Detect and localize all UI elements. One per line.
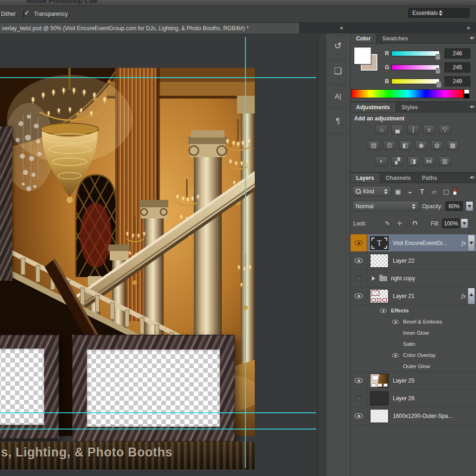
layer-name[interactable]: 1600x1200-Outer-Spa... — [393, 413, 476, 419]
tab-color[interactable]: Color — [350, 33, 377, 43]
layer-thumbnail[interactable] — [370, 289, 389, 303]
canvas-viewport[interactable]: s, Lighting, & Photo Booths — [0, 33, 318, 476]
curves-icon[interactable]: ∫ — [407, 125, 419, 134]
selective-color-icon[interactable]: ▥ — [439, 156, 451, 166]
guide-horizontal-caption-bottom[interactable] — [0, 429, 316, 430]
threshold-icon[interactable]: ◨ — [407, 156, 419, 166]
workspace-switcher[interactable]: Essentials — [408, 8, 469, 18]
filter-shape-layers-icon[interactable]: ▱ — [429, 188, 440, 195]
black-white-icon[interactable]: ◧ — [399, 140, 411, 150]
eye-icon[interactable] — [355, 240, 363, 245]
blue-value-field[interactable]: 249 — [444, 76, 470, 86]
layer-row-26[interactable]: Layer 26 — [350, 390, 476, 407]
tab-paths[interactable]: Paths — [416, 173, 443, 183]
exposure-icon[interactable]: ± — [423, 125, 435, 134]
layer-thumbnail[interactable] — [370, 409, 389, 423]
effects-header[interactable]: Effects — [391, 308, 409, 313]
text-layer-thumbnail[interactable]: T — [370, 236, 389, 250]
photo-filter-icon[interactable]: ◉ — [415, 140, 427, 150]
effect-name[interactable]: Color Overlay — [403, 352, 436, 358]
blue-slider-thumb[interactable] — [436, 82, 441, 87]
document-tab[interactable]: verlay_twist.psd @ 50% (Visit EncoreEven… — [0, 23, 300, 33]
panel-menu-icon[interactable]: ▾≡ — [470, 175, 474, 180]
foreground-color-swatch[interactable] — [354, 47, 371, 64]
layer-row-group[interactable]: right copy — [350, 270, 476, 287]
group-disclosure-icon[interactable] — [372, 276, 377, 281]
layer-filter-kind-dropdown[interactable]: Kind — [352, 186, 391, 197]
eye-hidden-box[interactable] — [356, 275, 362, 281]
fill-value-field[interactable]: 100% — [442, 218, 460, 228]
layer-name[interactable]: Layer 26 — [393, 395, 476, 402]
blend-mode-dropdown[interactable]: Normal — [352, 201, 419, 212]
visibility-cell[interactable] — [350, 390, 367, 407]
blue-slider[interactable] — [391, 79, 440, 84]
eye-hidden-box[interactable] — [356, 395, 362, 401]
layer-row-21[interactable]: Layer 21 fx — [350, 287, 476, 305]
effect-name[interactable]: Inner Glow — [403, 330, 429, 336]
color-lookup-icon[interactable]: ▩ — [447, 140, 459, 150]
filter-smart-objects-icon[interactable]: ▢ — [441, 188, 452, 195]
posterize-icon[interactable]: ▞ — [391, 156, 403, 166]
effect-row-color-overlay[interactable]: Color Overlay — [350, 350, 476, 361]
tab-layers[interactable]: Layers — [350, 173, 380, 183]
layer-filter-toggle[interactable] — [453, 187, 457, 195]
opacity-value-field[interactable]: 60% — [445, 201, 463, 211]
layer-name[interactable]: Layer 25 — [393, 377, 476, 384]
layer-name[interactable]: right copy — [391, 275, 476, 282]
paragraph-panel-button[interactable]: ¶ — [326, 109, 350, 134]
green-slider[interactable] — [391, 65, 440, 70]
eye-icon[interactable] — [392, 353, 398, 357]
panel-menu-icon[interactable]: ▾≡ — [470, 35, 474, 40]
visibility-cell[interactable] — [350, 252, 367, 269]
eye-icon[interactable] — [355, 378, 363, 383]
transparency-checkbox[interactable] — [23, 10, 24, 19]
layer-thumbnail[interactable] — [370, 254, 389, 268]
layer-row-22[interactable]: Layer 22 — [350, 252, 476, 270]
visibility-cell[interactable] — [350, 372, 367, 389]
layer-name[interactable]: Visit EncoreEventGr... — [393, 240, 460, 246]
brightness-contrast-icon[interactable]: ☼ — [376, 125, 388, 134]
tab-channels[interactable]: Channels — [380, 173, 416, 183]
lock-move-icon[interactable]: ✛ — [394, 220, 406, 227]
visibility-cell[interactable] — [350, 234, 367, 251]
layer-row-outer-space[interactable]: 1600x1200-Outer-Spa... — [350, 407, 476, 425]
gradient-map-icon[interactable]: ⋈ — [423, 156, 435, 166]
collapse-effects-button[interactable] — [468, 288, 475, 304]
eye-icon[interactable] — [355, 293, 363, 298]
effect-row-inner-glow[interactable]: Inner Glow — [350, 327, 476, 338]
tab-adjustments[interactable]: Adjustments — [350, 102, 396, 112]
layer-thumbnail[interactable] — [370, 391, 389, 405]
effect-row-satin[interactable]: Satin — [350, 338, 476, 350]
eye-icon[interactable] — [355, 413, 363, 418]
properties-panel-button[interactable]: ❏ — [326, 59, 350, 84]
layer-row-25[interactable]: Layer 25 — [350, 372, 476, 390]
layer-thumbnail[interactable] — [370, 374, 389, 388]
levels-icon[interactable]: ▄ — [391, 125, 403, 134]
red-slider[interactable] — [391, 51, 440, 56]
effect-row-bevel[interactable]: Bevel & Emboss — [350, 316, 476, 327]
panel-menu-icon[interactable]: ▾≡ — [470, 104, 474, 109]
red-value-field[interactable]: 246 — [444, 48, 470, 59]
guide-horizontal-caption-top[interactable] — [0, 412, 316, 413]
fill-dropdown-button[interactable] — [461, 218, 468, 228]
eye-icon[interactable] — [355, 258, 363, 263]
effect-row-outer-glow[interactable]: Outer Glow — [350, 361, 476, 372]
effect-name[interactable]: Bevel & Emboss — [403, 319, 442, 324]
collapse-effects-button[interactable] — [468, 235, 475, 251]
document-canvas[interactable]: s, Lighting, & Photo Booths — [0, 68, 255, 436]
tab-styles[interactable]: Styles — [396, 102, 423, 112]
visibility-cell[interactable] — [350, 407, 367, 424]
red-slider-thumb[interactable] — [436, 54, 440, 60]
color-spectrum-ramp[interactable] — [351, 89, 464, 98]
hue-saturation-icon[interactable]: ▤ — [368, 140, 380, 150]
color-balance-icon[interactable]: ⚖ — [383, 140, 396, 150]
visibility-cell[interactable] — [350, 287, 367, 304]
layer-name[interactable]: Layer 21 — [393, 293, 460, 299]
opacity-dropdown-button[interactable] — [466, 201, 473, 211]
filter-pixel-layers-icon[interactable]: ▣ — [392, 188, 403, 195]
filter-type-layers-icon[interactable]: T — [416, 188, 428, 195]
eye-icon[interactable] — [380, 308, 386, 312]
guide-horizontal-top[interactable] — [0, 77, 316, 78]
effect-name[interactable]: Satin — [403, 341, 415, 347]
visibility-cell[interactable] — [350, 270, 367, 287]
